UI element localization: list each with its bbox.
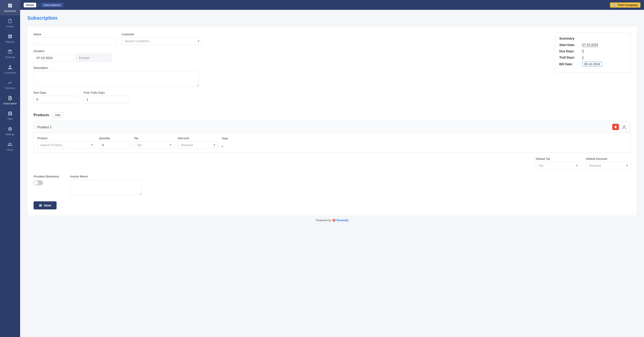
customer-select[interactable]: Search Customer... [122,37,202,45]
free-trails-label: Free Trails Days [84,91,128,94]
name-label: Name [34,33,116,36]
subscription-icon [8,96,12,101]
due-days-input[interactable] [34,96,78,103]
name-group: Name [34,33,116,45]
dashboard-icon [8,3,12,9]
save-button[interactable]: Save [34,201,56,209]
tax-select-wrapper: Tax ▼ [134,141,174,149]
summary-bill-date-value: 08-10-2024 [582,62,602,67]
default-discount-select-wrapper: Discount ▼ [586,162,630,169]
description-group: Description [34,66,199,86]
proration-toggle[interactable] [34,180,43,185]
default-tax-select-wrapper: Tax ▼ [536,162,580,169]
discount-group: Discount Discount ▼ [178,137,218,149]
breadcrumb-home[interactable]: Home [24,3,36,7]
collapse-product-button[interactable]: ⋀ [622,124,627,129]
quantity-input[interactable] [99,141,130,149]
sidebar-item-plan[interactable]: Plan [0,108,20,123]
free-trails-input[interactable] [84,96,128,103]
content-area: Subscription Name Customer [20,10,644,337]
sidebar-item-revenue[interactable]: Revenue [0,77,20,92]
revenue-icon [8,80,12,86]
invoice-icon [8,18,12,24]
save-icon [39,204,42,207]
save-label: Save [44,204,51,207]
sidebar-item-dashboard[interactable]: Dashboard [0,0,20,15]
sidebar-item-subscription[interactable]: Subscription [0,92,20,108]
duration-start-input[interactable] [34,54,74,62]
product-card: Product 1 ⋀ Product [34,121,630,153]
users-icon [8,142,12,147]
customer-label: Customer [122,33,202,36]
top-form-row: Name Customer Search Customer... ▼ [34,33,630,108]
sidebar-item-customers[interactable]: Customers [0,62,20,77]
due-days-label: Due Days [34,91,78,94]
product-select-group: Product Search Product... ▼ [37,137,96,149]
free-trails-group: Free Trails Days [84,91,128,103]
quantity-label: Quantity [99,137,130,140]
product-select-wrapper: Search Product... ▼ [37,141,96,149]
memo-input[interactable] [70,179,142,195]
total-label: Total [222,137,228,140]
settings-icon [8,126,12,132]
product-fields: Product Search Product... ▼ Quantity [37,137,627,149]
sidebar-item-settings[interactable]: Settings [0,123,20,139]
duration-label: Duration [34,49,112,53]
reports-icon [8,34,12,39]
summary-due-days-row: Due Days: 0 [559,49,626,53]
breadcrumb-current: Subscriptions [41,3,64,7]
brand-name: ReveniQ [336,219,348,222]
trial-icon: 🏢 [613,3,616,7]
customer-select-wrapper: Search Customer... ▼ [122,37,202,45]
defaults-row: Default Tax Tax ▼ Default Discount Disco… [34,157,630,169]
customer-group: Customer Search Customer... ▼ [122,33,202,45]
memo-group: Invoice Memo [70,175,142,195]
form-section: Name Customer Search Customer... ▼ [27,26,637,216]
product-card-title: Product 1 [37,125,52,129]
description-input[interactable] [34,71,199,86]
page-title: Subscription [27,15,637,21]
sidebar-item-users[interactable]: Users [0,139,20,154]
quantity-group: Quantity [99,137,130,149]
name-input[interactable] [34,37,116,45]
sidebar-item-invoice-label: Invoice [6,25,14,28]
memo-label: Invoice Memo [70,175,142,178]
default-tax-group: Default Tax Tax ▼ [536,157,580,169]
sidebar: Dashboard Invoice Reports Products Custo… [0,0,20,337]
add-product-button[interactable]: Add [52,112,64,118]
duration-forever-input[interactable] [76,54,112,62]
product-select[interactable]: Search Product... [37,141,96,149]
sidebar-item-users-label: Users [7,148,14,151]
footer: Powered by 🎯 ReveniQ [27,216,637,225]
summary-trail-days-value: 1 [582,55,584,59]
sidebar-item-reports-label: Reports [6,40,14,43]
description-label: Description [34,66,199,69]
discount-select[interactable]: Discount [178,141,218,149]
products-title: Products [34,113,49,117]
default-discount-select[interactable]: Discount [586,162,630,169]
summary-title: Summary [559,36,626,40]
sidebar-item-invoice[interactable]: Invoice [0,15,20,31]
default-discount-label: Default Discount [586,157,630,160]
tax-select[interactable]: Tax [134,141,174,149]
proration-group: Proration Behaviour [34,175,59,185]
days-row: Due Days Free Trails Days [34,91,548,103]
default-tax-select[interactable]: Tax [536,162,580,169]
main-area: Home / Subscriptions 🏢 Trial Company Sub… [20,0,644,337]
sidebar-item-settings-label: Settings [6,133,14,136]
tax-label: Tax [134,137,174,140]
sidebar-item-dashboard-label: Dashboard [4,9,16,12]
sidebar-item-products[interactable]: Products [0,46,20,62]
due-days-group: Due Days [34,91,78,103]
product-card-body: Product Search Product... ▼ Quantity [34,133,630,152]
delete-product-button[interactable] [612,124,619,130]
sidebar-item-reports[interactable]: Reports [0,31,20,46]
products-icon [8,49,12,55]
summary-due-days-label: Due Days: [559,49,580,53]
name-customer-row: Name Customer Search Customer... ▼ [34,33,548,45]
description-row: Description [34,66,548,86]
powered-by-text: Powered by [316,219,332,222]
summary-box: Summary Start Date: 07-10-2024 Due Days:… [554,33,630,73]
default-discount-group: Default Discount Discount ▼ [586,157,630,169]
sidebar-item-plan-label: Plan [8,118,12,120]
